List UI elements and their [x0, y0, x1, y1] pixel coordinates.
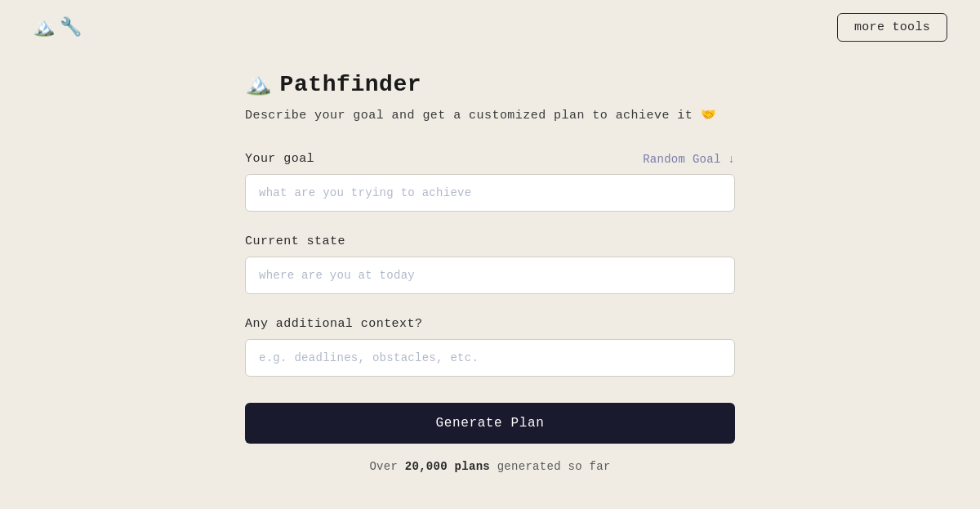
top-bar: 🏔️ 🔧 more tools	[0, 0, 980, 55]
mountain-icon: 🏔️	[33, 16, 55, 38]
more-tools-button[interactable]: more tools	[837, 13, 947, 42]
stats-suffix: generated so far	[490, 460, 611, 473]
current-state-label: Current state	[245, 234, 345, 248]
page-title: Pathfinder	[280, 72, 422, 97]
logo-icons: 🏔️ 🔧	[33, 16, 82, 38]
current-state-input[interactable]	[245, 257, 735, 294]
random-goal-button[interactable]: Random Goal ↓	[643, 153, 735, 166]
page-title-icon: 🏔️	[245, 71, 272, 97]
stats-count: 20,000 plans	[405, 460, 490, 473]
goal-field-header: Your goal Random Goal ↓	[245, 152, 735, 166]
page-subtitle: Describe your goal and get a customized …	[245, 107, 735, 123]
generate-plan-button[interactable]: Generate Plan	[245, 403, 735, 444]
context-field-header: Any additional context?	[245, 317, 735, 331]
stats-prefix: Over	[369, 460, 404, 473]
goal-input[interactable]	[245, 174, 735, 212]
goal-label: Your goal	[245, 152, 314, 166]
stats-text: Over 20,000 plans generated so far	[245, 460, 735, 473]
tools-icon: 🔧	[60, 16, 82, 38]
context-input[interactable]	[245, 339, 735, 377]
main-content: 🏔️ Pathfinder Describe your goal and get…	[245, 55, 735, 506]
current-state-section: Current state	[245, 234, 735, 294]
current-state-field-header: Current state	[245, 234, 735, 248]
context-label: Any additional context?	[245, 317, 422, 331]
goal-section: Your goal Random Goal ↓	[245, 152, 735, 212]
page-title-container: 🏔️ Pathfinder	[245, 71, 735, 97]
context-section: Any additional context?	[245, 317, 735, 377]
